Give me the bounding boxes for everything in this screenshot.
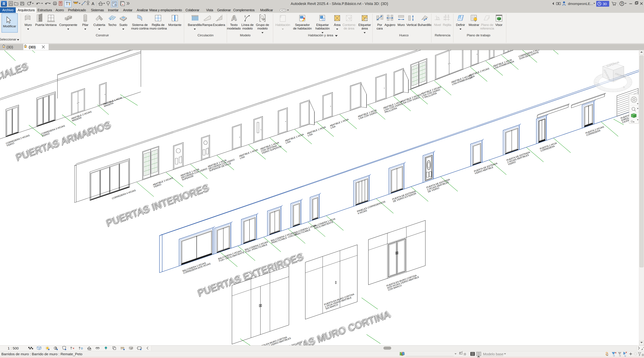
svg-text:Mostrar: Mostrar [469, 23, 480, 27]
svg-text:Masa y emplazamiento: Masa y emplazamiento [150, 8, 182, 12]
svg-text:Pilar: Pilar [82, 23, 88, 27]
svg-text:Habitación: Habitación [276, 23, 290, 27]
svg-text:Definir: Definir [456, 23, 465, 27]
svg-text:Estructura: Estructura [38, 8, 52, 12]
svg-text:Barridos de muro : Barrido de: Barridos de muro : Barrido de muro : Rem… [1, 352, 82, 356]
svg-text:Archivo: Archivo [2, 8, 13, 12]
svg-text:✕: ✕ [615, 351, 617, 354]
svg-text:Etiquetar: Etiquetar [358, 23, 371, 27]
svg-text:de área: de área [344, 27, 354, 30]
svg-text:Acero: Acero [56, 8, 64, 12]
svg-text:Rejilla: Rejilla [443, 23, 451, 27]
svg-text:Arquitectura: Arquitectura [18, 8, 34, 12]
svg-text:Vista: Vista [206, 8, 213, 12]
svg-text:Hueco: Hueco [399, 34, 409, 37]
svg-text:R: R [2, 2, 6, 6]
svg-text:Etiquetar: Etiquetar [316, 23, 329, 27]
svg-text:Suelo: Suelo [119, 23, 127, 27]
svg-text:Visor: Visor [495, 23, 502, 27]
svg-text:Referencia: Referencia [435, 34, 450, 37]
svg-text:Modelo: Modelo [240, 34, 250, 37]
svg-text:Agujero: Agujero [384, 23, 395, 27]
svg-text:muro cortina: muro cortina [150, 27, 167, 30]
svg-text:Modelo base: Modelo base [483, 352, 504, 356]
svg-text:Muro: Muro [398, 23, 405, 27]
svg-text:1 : 500: 1 : 500 [8, 346, 18, 350]
svg-text:Prefabricado: Prefabricado [68, 8, 86, 12]
svg-text:Gestionar: Gestionar [217, 8, 231, 12]
svg-text:Habitación y área: Habitación y área [308, 34, 333, 37]
svg-text:Autodesk Revit 2025.4 - Silvia: Autodesk Revit 2025.4 - Silvia.P.Básico.… [290, 2, 388, 6]
svg-text:Ventana: Ventana [45, 23, 56, 27]
svg-text:Montante: Montante [168, 23, 182, 27]
svg-text:Área: Área [334, 23, 341, 27]
svg-text:muro cortina: muro cortina [131, 27, 149, 30]
svg-text:área: área [362, 27, 368, 30]
svg-text:Colaborar: Colaborar [186, 8, 199, 12]
svg-text:1: 1 [366, 18, 367, 21]
svg-text:30: 30 [603, 2, 607, 6]
svg-text::0: :0 [641, 353, 644, 357]
svg-text:modelo: modelo [242, 27, 253, 30]
svg-text:modelo: modelo [257, 27, 268, 30]
svg-text:habitación: habitación [315, 27, 330, 30]
svg-text:-1: -1 [435, 15, 437, 18]
svg-text:Techo: Techo [108, 23, 116, 27]
svg-text:Puerta: Puerta [35, 23, 44, 27]
svg-text:Vertical: Vertical [406, 23, 417, 27]
svg-text:Modificar: Modificar [3, 25, 16, 28]
svg-text:Texto: Texto [230, 23, 238, 27]
svg-text:Complementos: Complementos [233, 8, 255, 12]
svg-text:de habitación: de habitación [293, 27, 312, 30]
svg-text:Insertar: Insertar [108, 8, 119, 12]
svg-text:Analizar: Analizar [137, 8, 148, 12]
svg-text:Componente: Componente [59, 23, 77, 27]
svg-text:Circulación: Circulación [198, 34, 214, 37]
svg-text:Anotar: Anotar [123, 8, 132, 12]
svg-text:A: A [231, 14, 236, 22]
svg-text:Seleccionar: Seleccionar [0, 38, 16, 41]
svg-text:✕: ✕ [626, 351, 627, 354]
svg-text:cara: cara [376, 27, 383, 30]
svg-text:Contorno: Contorno [342, 23, 356, 27]
svg-text:Construir: Construir [96, 34, 109, 37]
svg-text:Grupo de: Grupo de [256, 23, 269, 27]
svg-text:Sistema de: Sistema de [132, 23, 148, 27]
svg-text:x: x [122, 3, 124, 6]
svg-text:?: ? [621, 2, 623, 6]
svg-text:A: A [92, 1, 94, 6]
svg-text:Plano de: Plano de [481, 23, 494, 27]
svg-text:Línea de: Línea de [241, 23, 254, 27]
svg-text:Plano de trabajo: Plano de trabajo [467, 34, 490, 37]
svg-text:Modificar: Modificar [260, 8, 273, 12]
svg-text:Muro: Muro [24, 23, 32, 27]
svg-text:Rejilla de: Rejilla de [152, 23, 164, 27]
svg-text:dmompeonLE...: dmompeonLE... [568, 2, 593, 6]
svg-text:{3D}: {3D} [29, 45, 36, 49]
svg-text:✕: ✕ [73, 347, 74, 350]
svg-text:{3D}: {3D} [6, 45, 13, 49]
svg-text::0: :0 [463, 352, 466, 356]
svg-text:Nivel: Nivel [434, 23, 441, 27]
svg-text:Por: Por [377, 23, 382, 27]
svg-text:S: S [623, 86, 625, 89]
svg-text:Sistemas: Sistemas [91, 8, 104, 12]
svg-text:modelado: modelado [227, 27, 241, 30]
svg-text:Buhardilla: Buhardilla [418, 23, 432, 27]
svg-text:1: 1 [323, 18, 324, 21]
svg-text:Separador: Separador [295, 23, 310, 27]
svg-text:Barandilla: Barandilla [188, 23, 202, 27]
svg-text:Cubierta: Cubierta [93, 23, 105, 27]
svg-text:Escalera: Escalera [213, 23, 225, 27]
svg-text:Rampa: Rampa [202, 23, 212, 27]
svg-text:referencia: referencia [480, 27, 494, 30]
